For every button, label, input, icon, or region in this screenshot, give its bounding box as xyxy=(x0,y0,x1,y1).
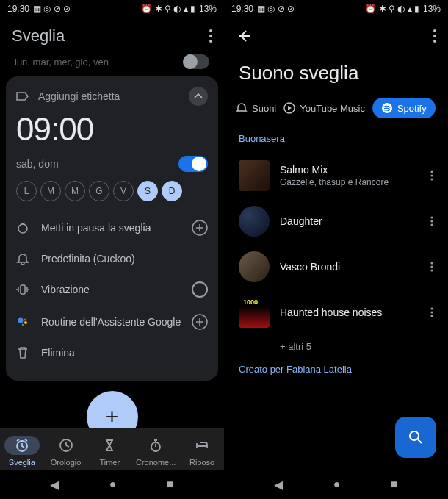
svg-point-31 xyxy=(410,431,419,440)
source-label: Suoni xyxy=(252,103,276,114)
nav-recent[interactable]: ■ xyxy=(391,478,398,491)
list-item[interactable]: Salmo Mix Gazzelle, thasup e Rancore xyxy=(224,153,448,198)
status-battery: 13% xyxy=(423,4,441,14)
add-alarm-fab[interactable]: + xyxy=(87,391,138,428)
svg-point-21 xyxy=(430,178,433,180)
delete-label: Elimina xyxy=(41,347,75,359)
more-link[interactable]: + altri 5 xyxy=(224,335,448,355)
alarm-time[interactable]: 09:00 xyxy=(16,113,208,146)
svg-point-14 xyxy=(433,29,436,32)
tag-icon xyxy=(16,91,29,101)
nav-home[interactable]: ● xyxy=(109,478,117,491)
tab-bedtime[interactable]: Riposo xyxy=(184,436,220,467)
nav-home[interactable]: ● xyxy=(333,478,341,491)
pause-row[interactable]: Metti in pausa la sveglia xyxy=(16,212,208,244)
svg-point-15 xyxy=(433,35,436,37)
day-chip-mar[interactable]: M xyxy=(40,181,61,201)
svg-point-6 xyxy=(18,318,24,323)
day-chips: L M M G V S D xyxy=(16,181,208,201)
day-chip-dom[interactable]: D xyxy=(162,181,182,201)
collapse-button[interactable] xyxy=(189,87,208,106)
page-title: Suono sveglia xyxy=(224,50,448,98)
plus-icon[interactable] xyxy=(192,220,208,236)
song-title: Salmo Mix xyxy=(280,164,420,176)
source-label: YouTube Music xyxy=(300,103,365,114)
vibration-icon xyxy=(16,283,29,296)
svg-rect-5 xyxy=(21,285,25,294)
assistant-row[interactable]: Routine dell'Assistente Google xyxy=(16,306,208,338)
source-spotify[interactable]: Spotify xyxy=(372,98,436,118)
item-overflow-icon[interactable] xyxy=(430,262,433,272)
sound-row[interactable]: Predefinita (Cuckoo) xyxy=(16,244,208,273)
nav-recent[interactable]: ■ xyxy=(167,478,174,491)
status-icons-right: ⏰ ✱ ⚲ ◐ ▴ ▮ xyxy=(365,4,419,14)
song-thumbnail xyxy=(239,160,270,191)
tab-clock[interactable]: Orologio xyxy=(48,436,84,467)
overflow-icon[interactable] xyxy=(209,29,212,43)
tab-label: Orologio xyxy=(51,458,82,467)
section-header: Buonasera xyxy=(224,130,448,153)
tab-timer[interactable]: Timer xyxy=(92,436,127,467)
item-overflow-icon[interactable] xyxy=(430,216,433,226)
navbar: ◀ ● ■ xyxy=(0,470,224,499)
status-icons-left: ▦ ◎ ⊘ ⊘ xyxy=(33,4,71,14)
svg-point-29 xyxy=(430,311,433,313)
svg-point-8 xyxy=(24,321,27,324)
day-chip-sab[interactable]: S xyxy=(137,181,158,201)
spotify-icon xyxy=(381,102,393,114)
svg-point-26 xyxy=(430,265,433,268)
status-icons-right: ⏰ ✱ ⚲ ◐ ▴ ▮ xyxy=(141,4,195,14)
song-title: Daughter xyxy=(280,215,420,227)
tab-alarm[interactable]: Sveglia xyxy=(4,436,40,467)
item-overflow-icon[interactable] xyxy=(430,170,433,181)
alarm-toggle-on[interactable] xyxy=(178,156,208,172)
overflow-icon[interactable] xyxy=(433,29,436,43)
list-item[interactable]: 1000 Haunted house noises xyxy=(224,290,448,335)
vibration-radio[interactable] xyxy=(192,281,208,298)
vibration-row[interactable]: Vibrazione xyxy=(16,273,208,306)
status-time: 19:30 xyxy=(231,4,253,14)
svg-point-27 xyxy=(430,269,433,271)
search-fab[interactable] xyxy=(395,417,436,458)
svg-point-30 xyxy=(430,315,433,317)
svg-point-20 xyxy=(430,174,433,176)
song-subtitle: Gazzelle, thasup e Rancore xyxy=(280,177,420,187)
day-chip-lun[interactable]: L xyxy=(16,181,37,201)
trash-icon xyxy=(16,346,29,359)
back-icon[interactable] xyxy=(236,28,252,44)
status-time: 19:30 xyxy=(7,4,29,14)
source-sounds[interactable]: Suoni xyxy=(236,102,276,114)
svg-point-9 xyxy=(22,324,24,326)
delete-row[interactable]: Elimina xyxy=(16,338,208,367)
plus-icon[interactable] xyxy=(192,314,208,330)
item-overflow-icon[interactable] xyxy=(430,307,433,317)
svg-point-23 xyxy=(430,220,433,222)
page-title: Sveglia xyxy=(12,26,65,46)
source-ytm[interactable]: YouTube Music xyxy=(283,102,365,114)
svg-point-28 xyxy=(430,307,433,309)
hourglass-icon xyxy=(102,438,117,453)
add-label[interactable]: Aggiungi etichetta xyxy=(38,90,120,102)
song-title: Vasco Brondi xyxy=(280,261,420,273)
day-chip-mer[interactable]: M xyxy=(65,181,85,201)
pause-icon xyxy=(16,221,29,234)
nav-back[interactable]: ◀ xyxy=(274,478,283,492)
clock-icon xyxy=(59,438,73,453)
list-item[interactable]: Daughter xyxy=(224,198,448,244)
bed-icon xyxy=(195,438,209,453)
collapsed-alarm-days: lun, mar, mer, gio, ven xyxy=(15,57,109,68)
day-chip-gio[interactable]: G xyxy=(89,181,109,201)
svg-point-19 xyxy=(430,170,433,173)
song-thumbnail xyxy=(239,206,270,237)
list-item[interactable]: Vasco Brondi xyxy=(224,244,448,290)
nav-back[interactable]: ◀ xyxy=(50,478,59,492)
tab-stopwatch[interactable]: Cronome... xyxy=(136,436,176,467)
alarm-days-label: sab, dom xyxy=(16,158,59,170)
svg-point-7 xyxy=(24,319,26,321)
svg-point-16 xyxy=(433,40,436,43)
assistant-label: Routine dell'Assistente Google xyxy=(41,316,181,328)
collapsed-alarm-row[interactable]: lun, mar, mer, gio, ven xyxy=(6,54,218,76)
alarm-toggle-off[interactable] xyxy=(183,54,209,69)
navbar: ◀ ● ■ xyxy=(224,470,448,499)
day-chip-ven[interactable]: V xyxy=(113,181,134,201)
